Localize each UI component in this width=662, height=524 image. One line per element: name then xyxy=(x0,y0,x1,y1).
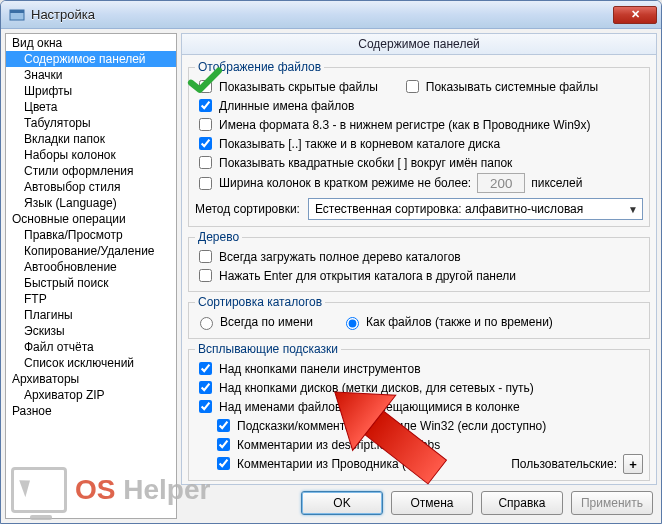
tooltips-group: Всплывающие подсказки Над кнопками панел… xyxy=(188,342,650,481)
cancel-button[interactable]: Отмена xyxy=(391,491,473,515)
ok-button[interactable]: OK xyxy=(301,491,383,515)
dir-sort-group: Сортировка каталогов Всегда по имени Как… xyxy=(188,295,650,339)
tree-group: Дерево Всегда загружать полное дерево ка… xyxy=(188,230,650,292)
show-dotdot-label: Показывать [..] также и в корневом катал… xyxy=(219,137,500,151)
tree-item[interactable]: Содержимое панелей xyxy=(6,51,176,67)
tree-item[interactable]: Вкладки папок xyxy=(6,131,176,147)
tt-toolbar-label: Над кнопками панели инструментов xyxy=(219,362,421,376)
tree-item[interactable]: Плагины xyxy=(6,307,176,323)
tree-item[interactable]: Язык (Language) xyxy=(6,195,176,211)
show-system-label: Показывать системные файлы xyxy=(426,80,598,94)
long-names-label: Длинные имена файлов xyxy=(219,99,354,113)
always-full-tree-label: Всегда загружать полное дерево каталогов xyxy=(219,250,461,264)
tree-item[interactable]: FTP xyxy=(6,291,176,307)
tree-item[interactable]: Архиватор ZIP xyxy=(6,387,176,403)
tt-explorer-label: Комментарии из Проводника (OLE2) xyxy=(237,457,441,471)
help-button[interactable]: Справка xyxy=(481,491,563,515)
cancel-button-label: Отмена xyxy=(410,496,453,510)
square-brackets-checkbox[interactable] xyxy=(199,156,212,169)
sort-like-files-radio[interactable] xyxy=(346,317,359,330)
dos-names-label: Имена формата 8.3 - в нижнем регистре (к… xyxy=(219,118,591,132)
tree-item[interactable]: Наборы колонок xyxy=(6,147,176,163)
tt-truncated-checkbox[interactable] xyxy=(199,400,212,413)
sort-like-files-label: Как файлов (также и по времени) xyxy=(366,315,553,329)
tree-item[interactable]: Архиваторы xyxy=(6,371,176,387)
tt-drives-label: Над кнопками дисков (метки дисков, для с… xyxy=(219,381,534,395)
show-dotdot-checkbox[interactable] xyxy=(199,137,212,150)
tree-item[interactable]: Вид окна xyxy=(6,35,176,51)
close-icon: ✕ xyxy=(631,8,640,21)
app-icon xyxy=(9,7,25,23)
ok-button-label: OK xyxy=(333,496,350,510)
square-brackets-label: Показывать квадратные скобки [ ] вокруг … xyxy=(219,156,512,170)
window-close-button[interactable]: ✕ xyxy=(613,6,657,24)
tooltips-legend: Всплывающие подсказки xyxy=(195,342,341,356)
tree-item[interactable]: Разное xyxy=(6,403,176,419)
window-body: Вид окнаСодержимое панелейЗначкиШрифтыЦв… xyxy=(1,29,661,523)
tt-custom-add-button[interactable]: + xyxy=(623,454,643,474)
settings-panel: Содержимое панелей Отображение файлов По… xyxy=(181,33,657,519)
tree-item[interactable]: Список исключений xyxy=(6,355,176,371)
sort-by-name-radio[interactable] xyxy=(200,317,213,330)
enter-other-panel-label: Нажать Enter для открытия каталога в дру… xyxy=(219,269,516,283)
tt-custom-label: Пользовательские: xyxy=(511,457,617,471)
long-names-checkbox[interactable] xyxy=(199,99,212,112)
col-width-input[interactable] xyxy=(477,173,525,193)
dos-names-checkbox[interactable] xyxy=(199,118,212,131)
tree-item[interactable]: Файл отчёта xyxy=(6,339,176,355)
tt-win32-checkbox[interactable] xyxy=(217,419,230,432)
panel-scroll[interactable]: Отображение файлов Показывать скрытые фа… xyxy=(181,55,657,485)
tree-legend: Дерево xyxy=(195,230,242,244)
dir-sort-legend: Сортировка каталогов xyxy=(195,295,325,309)
panel-heading: Содержимое панелей xyxy=(181,33,657,55)
sort-method-label: Метод сортировки: xyxy=(195,202,300,216)
tree-item[interactable]: Быстрый поиск xyxy=(6,275,176,291)
file-display-legend: Отображение файлов xyxy=(195,60,324,74)
window-title: Настройка xyxy=(31,7,95,22)
col-width-label: Ширина колонок в кратком режиме не более… xyxy=(219,176,471,190)
show-system-checkbox[interactable] xyxy=(406,80,419,93)
tt-win32-label: Подсказки/комментарии в стиле Win32 (есл… xyxy=(237,419,546,433)
show-hidden-label: Показывать скрытые файлы xyxy=(219,80,378,94)
tt-explorer-checkbox[interactable] xyxy=(217,457,230,470)
show-hidden-checkbox[interactable] xyxy=(199,80,212,93)
titlebar: Настройка ✕ xyxy=(1,1,661,29)
svg-rect-1 xyxy=(10,10,24,13)
apply-button-label: Применить xyxy=(581,496,643,510)
tt-drives-checkbox[interactable] xyxy=(199,381,212,394)
sort-method-value: Естественная сортировка: алфавитно-число… xyxy=(315,202,583,216)
file-display-group: Отображение файлов Показывать скрытые фа… xyxy=(188,60,650,227)
tree-item[interactable]: Основные операции xyxy=(6,211,176,227)
col-width-checkbox[interactable] xyxy=(199,177,212,190)
tree-item[interactable]: Табуляторы xyxy=(6,115,176,131)
tree-item[interactable]: Цвета xyxy=(6,99,176,115)
tt-toolbar-checkbox[interactable] xyxy=(199,362,212,375)
pixels-label: пикселей xyxy=(531,176,582,190)
tt-truncated-label: Над именами файлов, не помещающимися в к… xyxy=(219,400,520,414)
sort-by-name-label: Всегда по имени xyxy=(220,315,313,329)
dialog-buttons: OK Отмена Справка Применить xyxy=(181,485,657,519)
category-tree[interactable]: Вид окнаСодержимое панелейЗначкиШрифтыЦв… xyxy=(5,33,177,519)
tree-item[interactable]: Копирование/Удаление xyxy=(6,243,176,259)
tt-descript-label: Комментарии из descript.ion/files.bbs xyxy=(237,438,440,452)
enter-other-panel-checkbox[interactable] xyxy=(199,269,212,282)
tree-item[interactable]: Автовыбор стиля xyxy=(6,179,176,195)
plus-icon: + xyxy=(629,457,637,472)
tree-item[interactable]: Значки xyxy=(6,67,176,83)
tt-descript-checkbox[interactable] xyxy=(217,438,230,451)
tree-item[interactable]: Автообновление xyxy=(6,259,176,275)
chevron-down-icon: ▼ xyxy=(628,204,638,215)
always-full-tree-checkbox[interactable] xyxy=(199,250,212,263)
tree-item[interactable]: Эскизы xyxy=(6,323,176,339)
tree-item[interactable]: Правка/Просмотр xyxy=(6,227,176,243)
apply-button[interactable]: Применить xyxy=(571,491,653,515)
tree-item[interactable]: Шрифты xyxy=(6,83,176,99)
tree-item[interactable]: Стили оформления xyxy=(6,163,176,179)
settings-window: Настройка ✕ Вид окнаСодержимое панелейЗн… xyxy=(0,0,662,524)
sort-method-dropdown[interactable]: Естественная сортировка: алфавитно-число… xyxy=(308,198,643,220)
help-button-label: Справка xyxy=(498,496,545,510)
